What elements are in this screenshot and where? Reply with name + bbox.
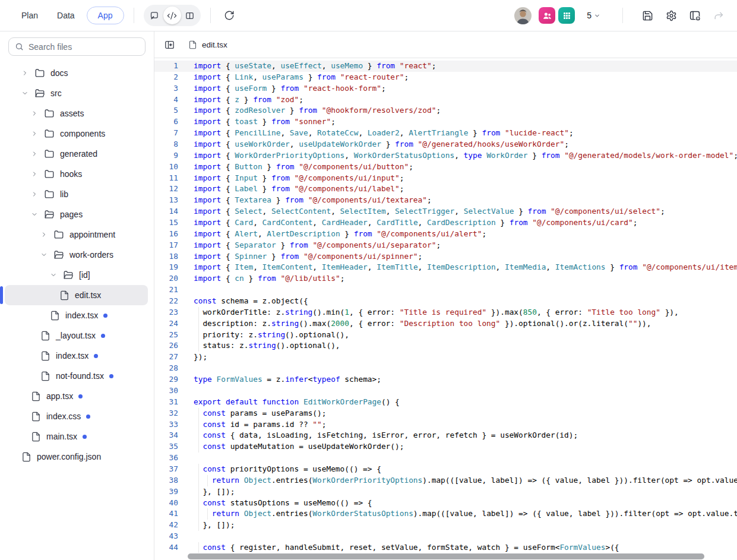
code-line[interactable]: 25 priority: z.string().optional(), (154, 330, 737, 341)
code-line[interactable]: 43 (154, 531, 737, 542)
code-line[interactable]: 9import { WorkOrderPriorityOptions, Work… (154, 150, 737, 162)
line-content: const priorityOptions = useMemo(() => { (194, 464, 381, 475)
tree-item-app-tsx[interactable]: app.tsx (5, 386, 148, 406)
chevron-down-icon[interactable] (40, 251, 50, 258)
scrollbar-thumb[interactable] (188, 553, 704, 559)
tree-item-generated[interactable]: generated (5, 144, 148, 164)
search-icon (15, 42, 24, 51)
refresh-button[interactable] (220, 7, 238, 24)
line-number: 35 (154, 441, 178, 453)
code-line[interactable]: 14import { Select, SelectContent, Select… (154, 206, 737, 217)
code-line[interactable]: 22const schema = z.object({ (154, 296, 737, 307)
code-line[interactable]: 16import { Alert, AlertDescription } fro… (154, 229, 737, 240)
collapse-sidebar-button[interactable] (163, 38, 176, 52)
chevron-right-icon[interactable] (31, 150, 40, 157)
tree-item-not-found-tsx[interactable]: not-found.tsx (5, 366, 148, 386)
code-line[interactable]: 4import { z } from "zod"; (154, 94, 737, 106)
design-view-button[interactable] (145, 7, 163, 24)
line-content: import { Link, useParams } from "react-r… (194, 72, 409, 83)
user-avatar[interactable] (514, 7, 532, 24)
code-line[interactable]: 28 (154, 363, 737, 374)
code-editor[interactable]: 1import { useState, useEffect, useMemo }… (154, 58, 737, 560)
code-line[interactable]: 15import { Card, CardContent, CardHeader… (154, 217, 737, 229)
code-line[interactable]: 5import { zodResolver } from "@hookform/… (154, 105, 737, 116)
tree-item-src[interactable]: src (5, 83, 148, 103)
code-line[interactable]: 39 }, []); (154, 486, 737, 498)
nav-tab-app[interactable]: App (87, 7, 124, 24)
code-line[interactable]: 38 return Object.entries(WorkOrderPriori… (154, 475, 737, 486)
chevron-down-icon[interactable] (31, 211, 40, 218)
code-line[interactable]: 26 status: z.string().optional(), (154, 340, 737, 352)
tree-item-hooks[interactable]: hooks (5, 164, 148, 184)
code-line[interactable]: 29type FormValues = z.infer<typeof schem… (154, 374, 737, 385)
code-line[interactable]: 34 const { data, isLoading, isFetching, … (154, 430, 737, 441)
code-line[interactable]: 41 return Object.entries(WorkOrderStatus… (154, 508, 737, 520)
code-line[interactable]: 32 const params = useParams(); (154, 408, 737, 419)
chevron-right-icon[interactable] (31, 170, 40, 178)
code-line[interactable]: 24 description: z.string().max(2000, { e… (154, 318, 737, 330)
code-line[interactable]: 19import { Item, ItemContent, ItemHeader… (154, 262, 737, 273)
tree-item-id[interactable]: [id] (5, 265, 148, 285)
settings-button[interactable] (662, 7, 680, 24)
share-button[interactable] (710, 7, 727, 24)
chevron-right-icon[interactable] (21, 69, 31, 77)
tree-item-components[interactable]: components (5, 124, 148, 144)
code-line[interactable]: 12import { Label } from "@/components/ui… (154, 183, 737, 195)
search-input[interactable] (29, 42, 139, 52)
code-line[interactable]: 11import { Input } from "@/components/ui… (154, 173, 737, 184)
file-tab[interactable]: edit.tsx (185, 38, 231, 52)
code-line[interactable]: 3import { useForm } from "react-hook-for… (154, 83, 737, 94)
chevron-right-icon[interactable] (40, 231, 50, 238)
code-view-button[interactable] (163, 7, 181, 24)
code-line[interactable]: 35 const updateMutation = useUpdateWorkO… (154, 441, 737, 453)
tree-item-index-tsx[interactable]: index.tsx (5, 305, 148, 325)
tree-item-docs[interactable]: docs (5, 63, 148, 83)
nav-tab-data[interactable]: Data (50, 7, 82, 24)
publish-button[interactable] (686, 7, 704, 24)
code-line[interactable]: 10import { Button } from "@/components/u… (154, 162, 737, 173)
code-line[interactable]: 36 (154, 453, 737, 464)
tree-item-appointment[interactable]: appointment (5, 224, 148, 245)
code-line[interactable]: 18import { Spinner } from "@/components/… (154, 251, 737, 262)
chevron-down-icon[interactable] (21, 90, 31, 97)
code-line[interactable]: 20import { cn } from "@/lib/utils"; (154, 273, 737, 284)
code-line[interactable]: 17import { Separator } from "@/component… (154, 240, 737, 251)
split-view-button[interactable] (181, 7, 199, 24)
code-line[interactable]: 31export default function EditWorkOrderP… (154, 397, 737, 408)
code-line[interactable]: 42 }, []); (154, 520, 737, 531)
code-line[interactable]: 33 const id = params.id ?? ""; (154, 419, 737, 431)
code-line[interactable]: 2import { Link, useParams } from "react-… (154, 72, 737, 83)
code-line[interactable]: 27}); (154, 352, 737, 363)
tree-item-layout-tsx[interactable]: _layout.tsx (5, 325, 148, 346)
code-line[interactable]: 8import { useWorkOrder, useUpdateWorkOrd… (154, 139, 737, 150)
nav-tab-plan[interactable]: Plan (14, 7, 45, 24)
code-line[interactable]: 37 const priorityOptions = useMemo(() =>… (154, 464, 737, 475)
tree-item-pages[interactable]: pages (5, 204, 148, 224)
code-line[interactable]: 21 (154, 284, 737, 296)
code-line[interactable]: 30 (154, 385, 737, 397)
tree-item-assets[interactable]: assets (5, 103, 148, 124)
code-line[interactable]: 13import { Textarea } from "@/components… (154, 195, 737, 206)
code-line[interactable]: 44 const { register, handleSubmit, reset… (154, 542, 737, 553)
code-line[interactable]: 40 const statusOptions = useMemo(() => { (154, 498, 737, 509)
tree-item-edit-tsx[interactable]: edit.tsx (5, 285, 148, 305)
tree-item-power-config-json[interactable]: power.config.json (5, 447, 148, 467)
version-dropdown[interactable]: 5 (583, 8, 607, 23)
apps-badge[interactable] (558, 7, 575, 24)
top-bar: Plan Data App (0, 0, 737, 31)
chevron-right-icon[interactable] (31, 130, 40, 137)
chevron-right-icon[interactable] (31, 191, 40, 198)
tree-item-index-css[interactable]: index.css (5, 406, 148, 426)
save-button[interactable] (638, 7, 656, 24)
chevron-down-icon[interactable] (50, 271, 59, 279)
tree-item-lib[interactable]: lib (5, 184, 148, 204)
chevron-right-icon[interactable] (31, 110, 40, 117)
tree-item-index-tsx[interactable]: index.tsx (5, 346, 148, 366)
code-line[interactable]: 7import { PencilLine, Save, RotateCcw, L… (154, 128, 737, 139)
team-badge[interactable] (539, 7, 555, 24)
tree-item-main-tsx[interactable]: main.tsx (5, 426, 148, 447)
tree-item-work-orders[interactable]: work-orders (5, 245, 148, 265)
code-line[interactable]: 1import { useState, useEffect, useMemo }… (154, 61, 737, 72)
code-line[interactable]: 23 workOrderTitle: z.string().min(1, { e… (154, 307, 737, 318)
code-line[interactable]: 6import { toast } from "sonner"; (154, 116, 737, 128)
